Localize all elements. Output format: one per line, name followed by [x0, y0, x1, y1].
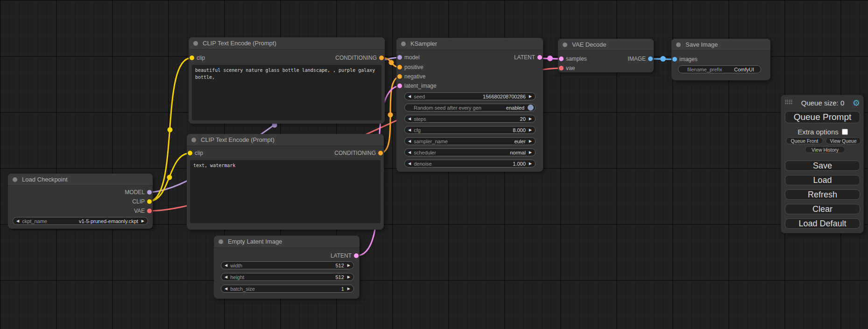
decrement-arrow-icon[interactable]: ◀ — [408, 92, 411, 100]
clip-slot-dot[interactable] — [147, 199, 152, 204]
node-title-bar[interactable]: VAE Decode — [558, 39, 654, 51]
model-slot-dot[interactable] — [397, 55, 402, 60]
clip-slot-dot[interactable] — [190, 56, 194, 60]
positive-prompt-textarea[interactable]: beautiful scenery nature glass bottle la… — [192, 65, 381, 120]
input-slot-clip[interactable]: clip — [187, 148, 203, 158]
load-default-button[interactable]: Load Default — [785, 218, 860, 229]
node-title-bar[interactable]: CLIP Text Encode (Prompt) — [187, 134, 384, 146]
latent-slot-dot[interactable] — [559, 56, 564, 61]
view-history-button[interactable]: View History — [805, 146, 845, 153]
save-button[interactable]: Save — [785, 161, 860, 171]
denoise-widget[interactable]: ◀ denoise 1.000 ▶ — [404, 160, 536, 168]
decrement-arrow-icon[interactable]: ◀ — [408, 148, 411, 156]
collapse-dot-icon[interactable] — [191, 138, 196, 142]
output-slot-conditioning[interactable]: CONDITIONING — [334, 148, 384, 158]
increment-arrow-icon[interactable]: ▶ — [529, 115, 532, 123]
increment-arrow-icon[interactable]: ▶ — [529, 92, 532, 100]
collapse-dot-icon[interactable] — [13, 177, 17, 182]
decrement-arrow-icon[interactable]: ◀ — [408, 115, 411, 123]
refresh-button[interactable]: Refresh — [785, 189, 860, 200]
node-empty-latent-image[interactable]: Empty Latent Image LATENT ◀ width 512 ▶ … — [214, 236, 360, 299]
decrement-arrow-icon[interactable]: ◀ — [225, 285, 227, 293]
conditioning-slot-dot[interactable] — [397, 74, 402, 79]
node-title-bar[interactable]: Load Checkpoint — [8, 174, 153, 186]
negative-prompt-textarea[interactable]: text, watermark — [190, 160, 381, 223]
decrement-arrow-icon[interactable]: ◀ — [225, 273, 227, 281]
decrement-arrow-icon[interactable]: ◀ — [225, 261, 227, 269]
node-title-bar[interactable]: KSampler — [396, 38, 543, 50]
model-slot-dot[interactable] — [147, 190, 152, 195]
output-slot-image[interactable]: IMAGE — [628, 54, 654, 63]
cfg-widget[interactable]: ◀ cfg 8.000 ▶ — [404, 126, 536, 134]
vae-slot-dot[interactable] — [147, 209, 152, 213]
input-slot-latent-image[interactable]: latent_image — [396, 81, 437, 91]
sampler-name-widget[interactable]: ◀ sampler_name euler ▶ — [404, 137, 536, 145]
conditioning-slot-dot[interactable] — [378, 151, 383, 155]
queue-front-button[interactable]: Queue Front — [786, 137, 823, 144]
gear-icon[interactable]: ⚙ — [853, 98, 860, 108]
decrement-arrow-icon[interactable]: ◀ — [16, 217, 19, 225]
input-slot-model[interactable]: model — [396, 53, 420, 62]
seed-widget[interactable]: ◀ seed 156680208700286 ▶ — [404, 92, 536, 100]
increment-arrow-icon[interactable]: ▶ — [141, 217, 144, 225]
increment-arrow-icon[interactable]: ▶ — [529, 160, 532, 168]
decrement-arrow-icon[interactable]: ◀ — [408, 160, 411, 168]
input-slot-samples[interactable]: samples — [558, 54, 587, 63]
ckpt-name-widget[interactable]: ◀ ckpt_name v1-5-pruned-emaonly.ckpt ▶ — [13, 217, 148, 225]
decrement-arrow-icon[interactable]: ◀ — [408, 126, 411, 134]
clear-button[interactable]: Clear — [785, 204, 860, 214]
conditioning-slot-dot[interactable] — [397, 65, 402, 70]
collapse-dot-icon[interactable] — [219, 239, 223, 244]
latent-slot-dot[interactable] — [537, 55, 542, 60]
output-slot-latent[interactable]: LATENT — [331, 251, 360, 260]
input-slot-clip[interactable]: clip — [189, 53, 205, 63]
output-slot-latent[interactable]: LATENT — [514, 53, 543, 62]
input-slot-positive[interactable]: positive — [396, 63, 423, 72]
increment-arrow-icon[interactable]: ▶ — [347, 273, 350, 281]
node-title-bar[interactable]: Save Image — [671, 39, 770, 51]
vae-slot-dot[interactable] — [559, 66, 564, 70]
height-widget[interactable]: ◀ height 512 ▶ — [221, 273, 354, 281]
node-ksampler[interactable]: KSampler model LATENT positive negative … — [396, 38, 543, 172]
node-load-checkpoint[interactable]: Load Checkpoint MODEL CLIP VAE ◀ ckpt_na… — [8, 174, 153, 229]
increment-arrow-icon[interactable]: ▶ — [529, 148, 532, 156]
filename-prefix-widget[interactable]: filename_prefix ComfyUI — [678, 65, 761, 73]
latent-slot-dot[interactable] — [397, 84, 402, 88]
random-seed-widget[interactable]: Random seed after every gen enabled — [404, 104, 536, 112]
collapse-dot-icon[interactable] — [563, 42, 567, 47]
collapse-dot-icon[interactable] — [193, 41, 198, 46]
scheduler-widget[interactable]: ◀ scheduler normal ▶ — [404, 148, 536, 156]
increment-arrow-icon[interactable]: ▶ — [347, 261, 350, 269]
clip-slot-dot[interactable] — [188, 151, 192, 155]
width-widget[interactable]: ◀ width 512 ▶ — [221, 261, 354, 269]
collapse-dot-icon[interactable] — [676, 42, 681, 47]
latent-slot-dot[interactable] — [354, 253, 359, 258]
node-title-bar[interactable]: CLIP Text Encode (Prompt) — [189, 37, 385, 49]
input-slot-vae[interactable]: vae — [558, 63, 575, 73]
steps-widget[interactable]: ◀ steps 20 ▶ — [404, 115, 536, 123]
decrement-arrow-icon[interactable]: ◀ — [408, 137, 411, 145]
increment-arrow-icon[interactable]: ▶ — [347, 285, 350, 293]
queue-prompt-button[interactable]: Queue Prompt — [785, 111, 860, 123]
node-clip-text-encode-positive[interactable]: CLIP Text Encode (Prompt) clip CONDITION… — [189, 37, 385, 124]
increment-arrow-icon[interactable]: ▶ — [529, 126, 532, 134]
extra-options-checkbox[interactable] — [842, 129, 848, 135]
collapse-dot-icon[interactable] — [401, 42, 406, 46]
node-vae-decode[interactable]: VAE Decode samples IMAGE vae — [558, 39, 654, 72]
view-queue-button[interactable]: View Queue — [826, 137, 861, 144]
conditioning-slot-dot[interactable] — [379, 56, 384, 60]
node-title-bar[interactable]: Empty Latent Image — [214, 236, 360, 248]
node-save-image[interactable]: Save Image images filename_prefix ComfyU… — [671, 39, 770, 80]
load-button[interactable]: Load — [785, 175, 860, 185]
output-slot-vae[interactable]: VAE — [134, 206, 153, 216]
batch-size-widget[interactable]: ◀ batch_size 1 ▶ — [221, 285, 354, 293]
input-slot-negative[interactable]: negative — [396, 72, 425, 81]
increment-arrow-icon[interactable]: ▶ — [529, 137, 532, 145]
output-slot-clip[interactable]: CLIP — [132, 197, 153, 206]
output-slot-model[interactable]: MODEL — [125, 188, 153, 197]
image-slot-dot[interactable] — [648, 56, 653, 61]
node-clip-text-encode-negative[interactable]: CLIP Text Encode (Prompt) clip CONDITION… — [187, 134, 384, 230]
input-slot-images[interactable]: images — [671, 55, 698, 64]
image-slot-dot[interactable] — [672, 57, 677, 62]
output-slot-conditioning[interactable]: CONDITIONING — [335, 53, 385, 63]
